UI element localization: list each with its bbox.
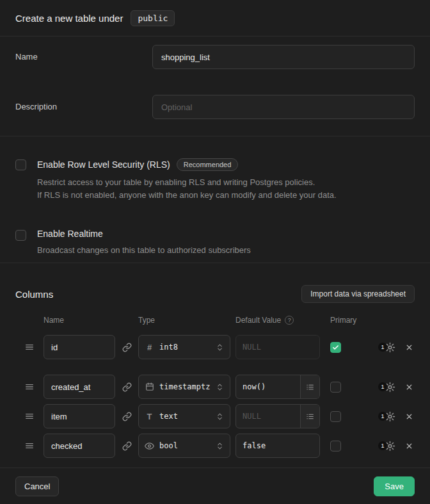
default-value-input[interactable] [236,375,300,398]
toggles-section: Enable Row Level Security (RLS) Recommen… [0,136,430,263]
check-icon [332,344,339,351]
drag-handle-icon[interactable] [15,411,44,421]
rls-label: Enable Row Level Security (RLS) [37,159,170,170]
header-default: Default Value ? [235,316,320,325]
rls-checkbox[interactable] [15,159,26,170]
columns-title: Columns [15,289,53,300]
name-label: Name [15,45,152,61]
foreign-key-link-icon[interactable] [115,412,138,421]
chevron-updown-icon [216,343,224,352]
settings-count-badge: 1 [378,382,387,391]
primary-checkbox[interactable] [330,441,341,451]
recommended-badge: Recommended [177,158,239,171]
column-type-select[interactable]: bool [138,434,230,458]
modal-footer: Cancel Save [0,467,430,504]
remove-column-button[interactable] [405,343,413,352]
default-value-field [235,404,320,428]
table-meta-section: Name Description [0,37,430,136]
header-type: Type [138,316,230,325]
suggested-values-list-icon[interactable] [300,375,319,398]
columns-section: Columns Import data via spreadsheet Name… [0,263,430,467]
remove-column-button[interactable] [405,442,413,450]
rls-text: Enable Row Level Security (RLS) Recommen… [37,158,337,202]
column-settings-button[interactable]: 1 [378,411,395,422]
column-type-label: text [159,412,211,421]
column-type-label: int8 [159,343,211,352]
realtime-checkbox[interactable] [15,230,26,241]
help-icon[interactable]: ? [285,316,294,325]
default-value-field [235,375,320,399]
realtime-toggle-block: Enable Realtime Broadcast changes on thi… [15,229,415,257]
foreign-key-link-icon[interactable] [115,441,138,451]
drag-handle-icon[interactable] [15,382,44,392]
default-value-field [235,434,320,458]
schema-badge: public [131,10,175,26]
column-type-select[interactable]: T text [138,404,230,428]
rls-help: Restrict access to your table by enablin… [37,176,337,202]
description-row: Description [15,95,415,119]
table-name-input[interactable] [152,45,415,69]
default-value-field [235,335,320,359]
column-row: T text 1 [15,404,415,428]
column-settings-button[interactable]: 1 [378,441,395,451]
realtime-text: Enable Realtime Broadcast changes on thi… [37,229,251,257]
settings-count-badge: 1 [378,441,387,450]
save-button[interactable]: Save [374,476,415,496]
modal-title: Create a new table under [15,13,123,24]
rls-toggle-block: Enable Row Level Security (RLS) Recommen… [15,158,415,202]
column-name-input[interactable] [44,335,115,359]
columns-table-header: Name Type Default Value ? Primary [15,316,415,325]
primary-checkbox[interactable] [330,382,341,393]
chevron-updown-icon [216,412,224,421]
default-value-input [236,336,319,359]
settings-count-badge: 1 [378,343,387,352]
create-table-modal: Create a new table under public Name Des… [0,0,430,504]
header-primary: Primary [330,316,356,325]
close-icon [405,442,413,450]
hash-icon: # [145,343,154,352]
settings-count-badge: 1 [378,412,387,421]
column-type-select[interactable]: # int8 [138,335,230,359]
remove-column-button[interactable] [405,383,413,391]
column-type-label: bool [159,441,211,450]
close-icon [405,383,413,391]
suggested-values-list-icon[interactable] [300,405,319,428]
column-type-select[interactable]: timestamptz [138,375,230,399]
remove-column-button[interactable] [405,412,413,421]
column-name-input[interactable] [44,404,115,428]
close-icon [405,412,413,421]
column-row: bool 1 [15,434,415,458]
default-value-input[interactable] [236,405,300,428]
column-settings-button[interactable]: 1 [378,342,395,353]
foreign-key-link-icon[interactable] [115,382,138,392]
primary-checkbox[interactable] [330,342,341,353]
import-spreadsheet-button[interactable]: Import data via spreadsheet [301,285,415,303]
table-description-input[interactable] [152,95,415,119]
text-type-icon: T [145,412,154,421]
close-icon [405,343,413,352]
drag-handle-icon[interactable] [15,342,44,352]
column-row: timestamptz 1 [15,375,415,399]
foreign-key-link-icon[interactable] [115,343,138,352]
realtime-label: Enable Realtime [37,229,103,239]
primary-checkbox[interactable] [330,411,341,422]
calendar-icon [145,382,154,391]
header-name: Name [44,316,115,325]
chevron-updown-icon [216,383,224,391]
chevron-updown-icon [216,442,224,450]
modal-header: Create a new table under public [0,0,430,37]
description-label: Description [15,95,152,111]
eye-icon [145,441,154,451]
column-row: # int8 1 [15,335,415,359]
column-name-input[interactable] [44,375,115,399]
column-settings-button[interactable]: 1 [378,382,395,393]
name-row: Name [15,45,415,69]
default-value-input[interactable] [236,434,319,457]
cancel-button[interactable]: Cancel [15,476,59,496]
realtime-help: Broadcast changes on this table to autho… [37,244,251,257]
column-name-input[interactable] [44,434,115,458]
drag-handle-icon[interactable] [15,441,44,451]
column-type-label: timestamptz [159,382,211,391]
